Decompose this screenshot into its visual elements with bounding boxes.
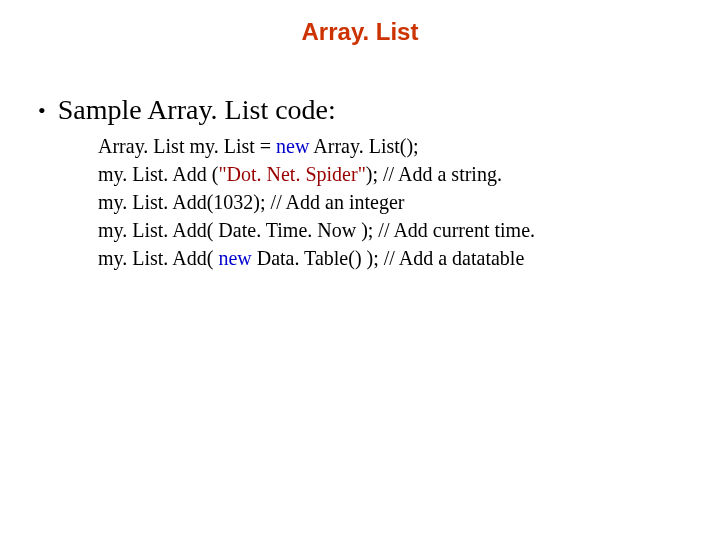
code-line-4: my. List. Add( Date. Time. Now ); // Add… <box>98 216 720 244</box>
code-line-3: my. List. Add(1032); // Add an integer <box>98 188 720 216</box>
bullet-item: • Sample Array. List code: <box>38 94 720 128</box>
code-line-5: my. List. Add( new Data. Table() ); // A… <box>98 244 720 272</box>
code-line-1: Array. List my. List = new Array. List()… <box>98 132 720 160</box>
slide-title: Array. List <box>0 18 720 46</box>
bullet-marker: • <box>38 94 46 128</box>
bullet-text: Sample Array. List code: <box>58 94 336 126</box>
code-sample: Array. List my. List = new Array. List()… <box>98 132 720 272</box>
code-line-2: my. List. Add ("Dot. Net. Spider"); // A… <box>98 160 720 188</box>
